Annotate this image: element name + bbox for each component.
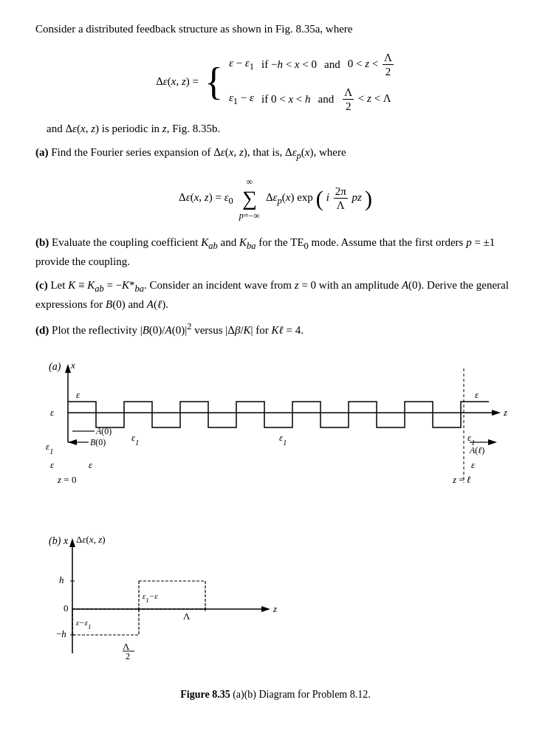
- left-paren-big: (: [316, 188, 323, 210]
- case1-and: and: [324, 56, 340, 73]
- svg-text:Δε(x, z): Δε(x, z): [76, 534, 106, 545]
- svg-text:ε: ε: [471, 459, 476, 470]
- figure-area: (a) x z ε ε1 ε ε ε1 ε1 ε1 A(0) B(0): [35, 354, 515, 702]
- case1-cond: if −h < x < 0: [261, 56, 317, 73]
- svg-text:ε: ε: [475, 389, 479, 400]
- figure-number: Figure 8.35: [180, 689, 230, 700]
- case2-expr: ε1 − ε: [229, 89, 254, 109]
- part-a: (a) Find the Fourier series expansion of…: [35, 144, 515, 163]
- svg-marker-4: [492, 410, 501, 416]
- svg-text:B(0): B(0): [90, 437, 106, 447]
- figure-caption-text: (a)(b) Diagram for Problem 8.12.: [233, 689, 371, 700]
- sigma-glyph: ∑: [242, 188, 257, 209]
- case-row-2: ε1 − ε if 0 < x < h and Λ2 < z < Λ: [229, 86, 395, 113]
- case2-cond2: Λ2 < z < Λ: [341, 86, 391, 113]
- periodic-note: and Δε(x, z) is periodic in z, Fig. 8.35…: [35, 120, 515, 137]
- fourier-equation: Δε(x, z) = ε0 ∞ ∑ p=−∞ Δεp(x) exp ( i 2π…: [35, 175, 515, 222]
- svg-marker-1: [65, 364, 71, 373]
- svg-text:ε: ε: [89, 459, 93, 470]
- part-b-label: (b): [35, 236, 49, 248]
- svg-text:z = 0: z = 0: [57, 474, 76, 485]
- figure-a-svg: (a) x z ε ε1 ε ε ε1 ε1 ε1 A(0) B(0): [35, 354, 523, 523]
- svg-marker-32: [261, 606, 270, 612]
- svg-text:A(ℓ): A(ℓ): [469, 445, 484, 456]
- svg-text:ε: ε: [76, 389, 80, 400]
- svg-text:h: h: [59, 574, 64, 585]
- summation-symbol: ∞ ∑ p=−∞: [239, 175, 260, 222]
- svg-text:−h: −h: [56, 628, 66, 639]
- fourier-lhs: Δε(x, z) = ε0: [179, 189, 233, 208]
- svg-text:A(0): A(0): [95, 426, 112, 436]
- svg-text:0: 0: [64, 602, 69, 614]
- svg-text:ε: ε: [50, 407, 55, 418]
- svg-text:Λ: Λ: [123, 641, 130, 652]
- case1-cond2: 0 < z < Λ2: [348, 51, 395, 78]
- svg-text:ε1: ε1: [131, 432, 139, 447]
- svg-text:2: 2: [126, 651, 130, 662]
- fig-a-label: (a): [49, 361, 61, 373]
- cases-content: ε − ε1 if −h < x < 0 and 0 < z < Λ2 ε1 −…: [229, 51, 395, 113]
- part-c: (c) Let K ≡ Kab = −K*ba. Consider an inc…: [35, 277, 515, 312]
- part-d-label: (d): [35, 324, 49, 336]
- part-a-text: Find the Fourier series expansion of Δε(…: [51, 146, 346, 158]
- case2-and: and: [318, 91, 335, 108]
- case2-cond: if 0 < x < h: [261, 91, 311, 108]
- svg-marker-30: [69, 538, 75, 547]
- svg-text:z: z: [272, 603, 277, 614]
- svg-marker-16: [68, 439, 77, 445]
- svg-text:ε1: ε1: [279, 432, 287, 447]
- svg-text:Λ: Λ: [183, 611, 191, 622]
- svg-text:z = ℓ: z = ℓ: [452, 474, 471, 485]
- svg-text:ε: ε: [50, 459, 55, 470]
- left-brace: {: [205, 51, 223, 113]
- part-c-text: Let K ≡ Kab = −K*ba. Consider an inciden…: [35, 279, 509, 310]
- part-d: (d) Plot the reflectivity |B(0)/A(0)|2 v…: [35, 320, 515, 339]
- svg-text:ε1: ε1: [467, 432, 475, 447]
- part-b: (b) Evaluate the coupling coefficient Ka…: [35, 234, 515, 269]
- svg-text:ε1: ε1: [46, 441, 53, 456]
- sum-lower: p=−∞: [239, 209, 260, 222]
- svg-text:x: x: [63, 535, 69, 546]
- figure-b-svg: (b) x z Δε(x, z) h 0 −h Λ Λ 2 ε−ε1: [43, 528, 294, 676]
- fourier-rhs: Δεp(x) exp: [266, 189, 313, 208]
- svg-text:ε−ε1: ε−ε1: [76, 618, 92, 630]
- part-b-text: Evaluate the coupling coefficient Kab an…: [35, 236, 495, 267]
- part-c-label: (c): [35, 279, 48, 291]
- part-a-label: (a): [35, 146, 49, 158]
- svg-text:(b): (b): [49, 535, 61, 547]
- svg-text:x: x: [70, 360, 75, 371]
- svg-marker-19: [488, 439, 497, 445]
- right-paren-big: ): [365, 188, 372, 210]
- exp-content: i 2π Λ pz: [326, 185, 362, 212]
- part-d-text: Plot the reflectivity |B(0)/A(0)|2 versu…: [52, 324, 304, 336]
- svg-text:ε1−ε: ε1−ε: [143, 591, 158, 604]
- figure-caption: Figure 8.35 (a)(b) Diagram for Problem 8…: [35, 687, 515, 702]
- piecewise-equation: Δε(x, z) = { ε − ε1 if −h < x < 0 and 0 …: [35, 51, 515, 113]
- intro-text: Consider a distributed feedback structur…: [35, 21, 515, 38]
- svg-text:z: z: [503, 407, 507, 418]
- case-row-1: ε − ε1 if −h < x < 0 and 0 < z < Λ2: [229, 51, 395, 78]
- case1-expr: ε − ε1: [229, 55, 254, 74]
- delta-label: Δε(x, z) =: [156, 73, 199, 90]
